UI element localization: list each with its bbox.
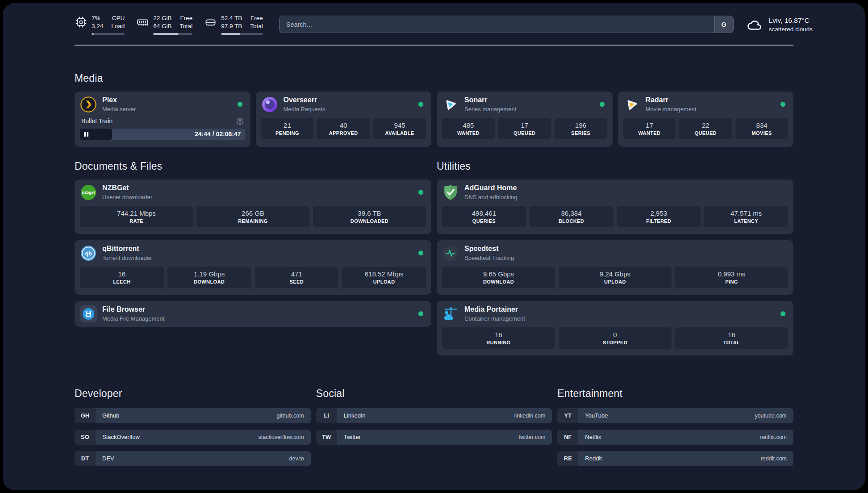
stat-value: 945: [394, 121, 405, 129]
filebrowser-icon: [80, 305, 97, 322]
stat-filtered: 2,953 FILTERED: [617, 206, 701, 227]
stat-label: SEED: [290, 279, 304, 284]
bookmark-url: netflix.com: [760, 434, 787, 440]
app-description: Container management: [464, 315, 525, 322]
gear-icon[interactable]: [236, 117, 244, 125]
memory-widget: 22 GiB 64 GiB Free Total: [137, 14, 192, 35]
status-online-dot: [418, 190, 423, 195]
speedtest-card[interactable]: Speedtest Speedtest Tracking 9.65 Gbps D…: [437, 240, 793, 295]
bookmark-abbr: YT: [557, 408, 578, 423]
bookmark-dev[interactable]: DT DEV dev.to: [75, 451, 311, 466]
svg-text:qb: qb: [85, 250, 92, 256]
bookmark-name: Reddit: [585, 455, 602, 462]
stat-label: SERIES: [571, 130, 590, 136]
stat-value: 39.6 TB: [358, 209, 381, 217]
overseerr-icon: [261, 96, 278, 113]
stat-value: 744.21 Mbps: [117, 209, 156, 217]
qbittorrent-card[interactable]: qb qBittorrent Torrent downloader 16 LEE…: [75, 240, 431, 295]
app-description: Series management: [464, 106, 516, 113]
stat-label: PING: [725, 279, 738, 284]
app-name: Overseerr: [284, 96, 326, 104]
svg-text:nzbget: nzbget: [82, 190, 95, 195]
search-provider-button[interactable]: G: [714, 16, 733, 33]
bookmark-abbr: GH: [75, 408, 96, 423]
bookmark-reddit[interactable]: RE Reddit reddit.com: [557, 451, 793, 466]
stat-label: QUERIES: [472, 218, 496, 224]
bookmarks-developer: Developer GH Github github.com SO StackO…: [75, 388, 311, 472]
stat-total: 16 TOTAL: [675, 327, 788, 349]
app-name: File Browser: [102, 305, 164, 313]
stat-label: DOWNLOAD: [194, 279, 225, 284]
section-title-media: Media: [75, 72, 793, 84]
bookmark-url: github.com: [277, 413, 304, 419]
stat-label: TOTAL: [723, 340, 740, 345]
nzbget-card[interactable]: nzbget NZBGet Usenet downloader 744.21 M…: [75, 180, 431, 234]
bookmark-name: LinkedIn: [344, 412, 366, 419]
overseerr-card[interactable]: Overseerr Media Requests 21 PENDING 40 A…: [256, 92, 432, 147]
disk-icon: [204, 16, 217, 28]
stat-queued: 22 QUEUED: [679, 118, 732, 139]
stat-value: 618.52 Mbps: [365, 270, 404, 278]
bookmark-github[interactable]: GH Github github.com: [75, 408, 311, 423]
speedtest-icon: [442, 245, 459, 262]
search-input[interactable]: [280, 16, 714, 33]
stat-rate: 744.21 Mbps RATE: [80, 206, 193, 227]
stat-blocked: 86,384 BLOCKED: [530, 206, 613, 227]
memory-total-value: 64 GiB: [153, 22, 171, 30]
adguard-card[interactable]: AdGuard Home DNS and adblocking 498,461 …: [437, 180, 793, 234]
stat-label: LEECH: [113, 279, 130, 284]
memory-free-label: Free: [180, 14, 192, 22]
disk-total-value: 97.9 TB: [221, 22, 242, 30]
cpu-label: CPU: [112, 14, 125, 22]
weather-location-temp: Lviv, 16.87°C: [769, 17, 813, 25]
status-online-dot: [418, 251, 423, 255]
stat-value: 1.19 Gbps: [194, 270, 225, 278]
sonarr-card[interactable]: Sonarr Series management 485 WANTED 17 Q…: [437, 92, 613, 147]
status-online-dot: [238, 102, 242, 107]
cpu-load-value: 3.24: [92, 22, 103, 30]
bookmark-abbr: TW: [316, 430, 337, 445]
memory-free-value: 22 GiB: [153, 14, 171, 22]
stat-value: 16: [495, 331, 502, 338]
section-title-entertainment: Entertainment: [557, 388, 793, 400]
portainer-card[interactable]: Media Portainer Container management 16 …: [437, 301, 793, 355]
bookmark-abbr: RE: [557, 451, 578, 466]
stat-value: 22: [702, 121, 709, 129]
radarr-card[interactable]: Radarr Movie management 17 WANTED 22 QUE…: [618, 92, 794, 147]
stat-label: BLOCKED: [559, 218, 584, 224]
dashboard: 7% 3.24 CPU Load: [3, 3, 865, 490]
bookmark-name: DEV: [102, 455, 114, 462]
stat-movies: 834 MOVIES: [735, 118, 788, 139]
memory-progress-bar: [153, 33, 192, 35]
bookmark-stackoverflow[interactable]: SO StackOverflow stackoverflow.com: [75, 430, 311, 445]
bookmark-linkedin[interactable]: LI LinkedIn linkedin.com: [316, 408, 552, 423]
plex-card[interactable]: Plex Media server Bullet Train: [75, 92, 250, 147]
pause-icon[interactable]: [84, 132, 88, 137]
stat-label: RUNNING: [486, 340, 510, 345]
weather-widget[interactable]: Lviv, 16.87°C scattered clouds: [746, 16, 813, 33]
app-description: Media server: [102, 106, 136, 113]
bookmark-name: StackOverflow: [102, 434, 140, 440]
playback-time: 24:44 / 02:06:47: [195, 130, 245, 138]
app-description: Usenet downloader: [102, 194, 152, 201]
stat-label: AVAILABLE: [385, 130, 414, 136]
playback-progress-bar[interactable]: 24:44 / 02:06:47: [80, 129, 245, 140]
cloud-icon: [746, 16, 763, 33]
stat-wanted: 485 WANTED: [442, 118, 495, 139]
app-name: AdGuard Home: [464, 184, 517, 192]
filebrowser-card[interactable]: File Browser Media File Management: [75, 301, 431, 327]
bookmark-url: twitter.com: [519, 434, 546, 440]
memory-total-label: Total: [180, 22, 193, 30]
bookmark-twitter[interactable]: TW Twitter twitter.com: [316, 430, 552, 445]
status-online-dot: [780, 311, 785, 316]
bookmark-name: Github: [102, 412, 119, 419]
stat-downloaded: 39.6 TB DOWNLOADED: [313, 206, 426, 227]
stat-label: APPROVED: [329, 130, 358, 136]
stat-label: LATENCY: [734, 218, 758, 224]
cpu-progress-bar: [92, 33, 125, 35]
bookmark-netflix[interactable]: NF Netflix netflix.com: [557, 430, 793, 445]
disk-free-value: 52.4 TB: [221, 14, 242, 22]
stat-pending: 21 PENDING: [261, 118, 314, 139]
stat-label: STOPPED: [603, 340, 627, 345]
bookmark-youtube[interactable]: YT YouTube youtube.com: [557, 408, 793, 423]
